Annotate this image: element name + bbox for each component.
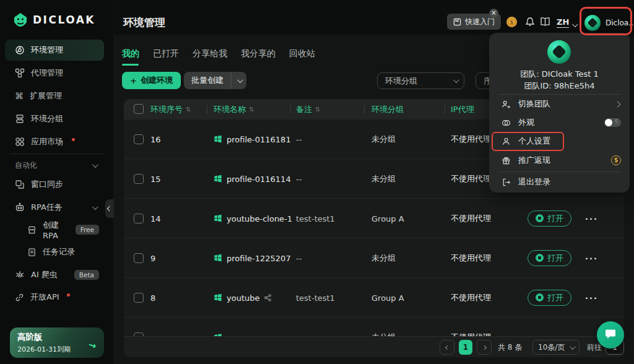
sidebar-item-rpa-tasks[interactable]: RPA任务 [0, 196, 114, 219]
browser-icon [536, 254, 544, 262]
row-checkbox[interactable] [134, 293, 144, 303]
sidebar-item-create-rpa[interactable]: 创建RPA Free [0, 219, 114, 241]
guide-icon [453, 18, 461, 26]
sidebar-item-app-market[interactable]: 应用市场 [0, 131, 114, 153]
next-page-button[interactable] [477, 340, 492, 355]
notification-dot [72, 138, 75, 141]
chat-icon [604, 329, 617, 340]
batch-create-dropdown[interactable] [232, 79, 246, 83]
tab-shared-with-me[interactable]: 分享给我 [193, 48, 227, 66]
environment-tabs: 我的 已打开 分享给我 我分享的 回收站 [122, 48, 315, 66]
env-group: 未分组 [371, 173, 396, 184]
menu-item-logout[interactable]: 退出登录 [489, 173, 630, 191]
tab-opened[interactable]: 已打开 [153, 48, 179, 66]
menu-item-personal-settings[interactable]: 个人设置 [489, 132, 630, 150]
sidebar-item-open-api[interactable]: 开放API [0, 286, 114, 308]
sidebar-collapse-handle[interactable] [105, 199, 114, 218]
sidebar-section-automation[interactable]: 自动化 [0, 156, 114, 175]
section-label: 自动化 [15, 160, 37, 171]
language-selector[interactable]: ZH [557, 17, 569, 28]
batch-create-button[interactable]: 批量创建 [184, 72, 246, 89]
tab-my-shares[interactable]: 我分享的 [241, 48, 276, 66]
env-group: 未分组 [371, 134, 396, 145]
sidebar-item-window-sync[interactable]: 窗口同步 [0, 173, 114, 196]
sidebar-item-label: 扩展管理 [30, 90, 62, 102]
link-icon [15, 293, 24, 302]
grid-icon [15, 137, 25, 147]
menu-item-switch-team[interactable]: 切换团队 [489, 95, 630, 113]
person-icon [502, 137, 511, 146]
plan-name: 高阶版 [17, 332, 97, 343]
more-actions-button[interactable]: ··· [585, 253, 598, 262]
rewards-coin-icon[interactable]: $ [506, 16, 518, 28]
sidebar-item-extensions[interactable]: ⌘ 扩展管理 [0, 85, 114, 107]
sort-icon[interactable]: ⇅ [315, 106, 320, 113]
menu-item-label: 退出登录 [518, 176, 550, 188]
group-filter-select[interactable]: 环境分组 [377, 72, 464, 89]
total-count: 共 8 条 [498, 340, 522, 355]
sidebar-item-ai-crawler[interactable]: AI 爬虫 Beta [0, 264, 114, 286]
open-button[interactable]: 打开 [528, 290, 571, 306]
tab-recycle-bin[interactable]: 回收站 [289, 48, 315, 66]
create-environment-label: 创建环境 [141, 75, 173, 86]
column-header-proxy[interactable]: IP代理 [451, 99, 474, 119]
sidebar-item-groups[interactable]: 环境分组 [0, 108, 114, 130]
sidebar-item-task-records[interactable]: 任务记录 [0, 241, 114, 263]
env-seq: 16 [150, 134, 161, 144]
cashback-coin-icon: $ [611, 155, 621, 165]
env-group: Group A [371, 293, 404, 302]
env-proxy: 不使用代理 [451, 292, 491, 303]
command-icon: ⌘ [15, 91, 24, 101]
current-page[interactable]: 1 [459, 340, 472, 355]
menu-item-appearance[interactable]: 外观 ☾ [489, 113, 630, 132]
user-menu-chip[interactable]: Dicloa... [584, 15, 634, 31]
create-environment-button[interactable]: + 创建环境 [122, 72, 181, 89]
brand-logo[interactable]: DICLOAK [12, 12, 95, 28]
open-button[interactable]: 打开 [528, 210, 571, 227]
bell-icon[interactable] [525, 17, 535, 27]
sidebar-item-proxies[interactable]: 代理管理 [0, 62, 114, 84]
column-header-seq[interactable]: 环境序号⇅ [150, 99, 191, 119]
quick-start-label: 快速入门 [465, 17, 495, 27]
layers-icon [15, 114, 25, 124]
notification-dot [67, 293, 70, 297]
select-all-checkbox[interactable] [134, 104, 144, 114]
env-note: -- [296, 134, 302, 144]
sidebar-item-label: 任务记录 [43, 246, 75, 258]
robot-icon [15, 202, 25, 212]
sidebar-item-environments[interactable]: 环境管理 [5, 40, 104, 61]
more-actions-button[interactable]: ··· [585, 214, 598, 223]
more-actions-button[interactable]: ··· [585, 293, 598, 302]
sort-icon[interactable]: ⇅ [249, 106, 254, 113]
column-header-group[interactable]: 环境分组 [371, 99, 404, 119]
sort-icon[interactable]: ⇅ [186, 106, 191, 113]
close-icon[interactable]: × [489, 9, 498, 18]
support-chat-button[interactable] [597, 321, 624, 349]
table-row[interactable]: 9 profile-1225207 -- 未分组 不使用代理 打开 ··· [124, 238, 624, 278]
prev-page-button[interactable] [440, 340, 454, 355]
env-name-cell: profile-0116114 [214, 174, 291, 183]
env-seq: 8 [150, 293, 155, 302]
column-separator [290, 105, 291, 114]
chevron-right-icon [615, 101, 621, 107]
tab-mine[interactable]: 我的 [122, 48, 139, 66]
row-checkbox[interactable] [134, 253, 144, 263]
row-checkbox[interactable] [134, 214, 144, 223]
column-header-name[interactable]: 环境名称⇅ [214, 99, 254, 119]
page-size-select[interactable]: 10条/页 [532, 340, 580, 355]
table-row[interactable]: 8 youtube test-test1 Group A 不使用代理 打开 ··… [124, 278, 624, 318]
row-checkbox[interactable] [134, 134, 144, 144]
docs-book-icon[interactable] [540, 17, 550, 27]
table-row[interactable]: 14 youtube-clone-1 test-test1 Group A 不使… [124, 199, 624, 238]
theme-toggle[interactable]: ☾ [604, 118, 621, 127]
row-checkbox[interactable] [134, 174, 144, 184]
env-note: -- [296, 253, 302, 262]
menu-item-referral[interactable]: 推广返现 $ [489, 151, 630, 170]
chevron-down-icon [92, 204, 98, 210]
env-proxy: 不使用代理 [451, 173, 491, 184]
moon-icon: ☾ [615, 118, 620, 124]
column-header-note[interactable]: 备注⇅ [296, 99, 320, 119]
open-button[interactable]: 打开 [528, 250, 571, 266]
sidebar-item-label: 应用市场 [31, 136, 63, 147]
premium-plan-card[interactable]: 高阶版 2026-01-31到期 → [10, 327, 104, 358]
